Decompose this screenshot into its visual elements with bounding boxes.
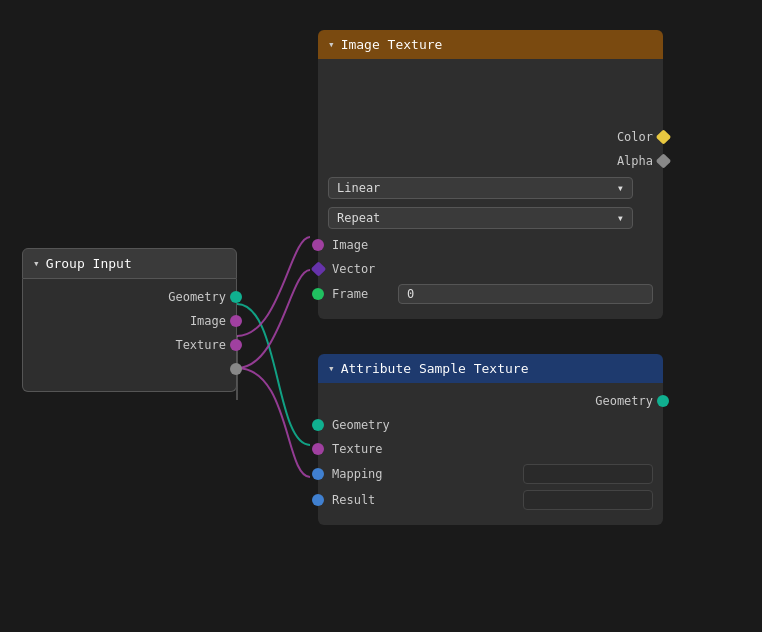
frame-input-socket[interactable] <box>312 288 324 300</box>
color-label: Color <box>617 130 653 144</box>
alpha-label: Alpha <box>617 154 653 168</box>
frame-value-input[interactable]: 0 <box>398 284 653 304</box>
attr-mapping-input-label: Mapping <box>332 467 383 481</box>
collapse-chevron-group[interactable]: ▾ <box>33 257 40 270</box>
group-input-body: Geometry Image Texture <box>22 279 237 392</box>
attr-geometry-input-label: Geometry <box>332 418 390 432</box>
image-output-row: Image <box>23 309 236 333</box>
extension-dropdown-row: Repeat ▾ <box>318 203 663 233</box>
collapse-chevron-attr[interactable]: ▾ <box>328 362 335 375</box>
attr-texture-input-label: Texture <box>332 442 383 456</box>
image-preview-area <box>318 65 663 125</box>
image-texture-title: Image Texture <box>341 37 443 52</box>
attr-geometry-output-row: Geometry <box>318 389 663 413</box>
interpolation-dropdown[interactable]: Linear ▾ <box>328 177 633 199</box>
texture-output-label: Texture <box>175 338 226 352</box>
frame-input-row: Frame 0 <box>318 281 663 307</box>
group-input-title: Group Input <box>46 256 132 271</box>
attr-result-input-socket[interactable] <box>312 494 324 506</box>
attr-result-input-row: Result <box>318 487 663 513</box>
interpolation-dropdown-row: Linear ▾ <box>318 173 663 203</box>
attr-result-input-label: Result <box>332 493 375 507</box>
attr-sample-texture-node: ▾ Attribute Sample Texture Geometry Geom… <box>318 354 663 525</box>
vector-input-row: Vector <box>318 257 663 281</box>
group-input-header: ▾ Group Input <box>22 248 237 279</box>
vector-input-socket[interactable] <box>310 261 326 277</box>
frame-label: Frame <box>332 287 368 301</box>
alpha-output-row: Alpha <box>318 149 663 173</box>
image-input-label: Image <box>332 238 368 252</box>
image-input-row: Image <box>318 233 663 257</box>
empty-output-row <box>23 357 236 381</box>
attr-geometry-input-row: Geometry <box>318 413 663 437</box>
collapse-chevron[interactable]: ▾ <box>328 38 335 51</box>
texture-output-socket[interactable] <box>230 339 242 351</box>
attr-mapping-value[interactable] <box>523 464 653 484</box>
extension-dropdown[interactable]: Repeat ▾ <box>328 207 633 229</box>
attr-mapping-input-socket[interactable] <box>312 468 324 480</box>
image-texture-header: ▾ Image Texture <box>318 30 663 59</box>
image-input-socket[interactable] <box>312 239 324 251</box>
attr-mapping-input-row: Mapping <box>318 461 663 487</box>
color-socket[interactable] <box>655 129 671 145</box>
vector-input-label: Vector <box>332 262 375 276</box>
image-texture-node: ▾ Image Texture Color Alpha Linear ▾ Rep… <box>318 30 663 319</box>
attr-geometry-input-socket[interactable] <box>312 419 324 431</box>
geometry-output-row: Geometry <box>23 285 236 309</box>
attr-geometry-output-socket[interactable] <box>657 395 669 407</box>
attr-result-value[interactable] <box>523 490 653 510</box>
attr-geometry-output-label: Geometry <box>595 394 653 408</box>
attr-texture-input-socket[interactable] <box>312 443 324 455</box>
image-output-label: Image <box>190 314 226 328</box>
color-output-row: Color <box>318 125 663 149</box>
image-output-socket[interactable] <box>230 315 242 327</box>
texture-output-row: Texture <box>23 333 236 357</box>
geometry-output-socket[interactable] <box>230 291 242 303</box>
image-texture-body: Color Alpha Linear ▾ Repeat ▾ Image <box>318 59 663 319</box>
group-input-node: ▾ Group Input Geometry Image Texture <box>22 248 237 392</box>
attr-sample-body: Geometry Geometry Texture Mapping Result <box>318 383 663 525</box>
attr-sample-title: Attribute Sample Texture <box>341 361 529 376</box>
empty-output-socket[interactable] <box>230 363 242 375</box>
alpha-socket[interactable] <box>655 153 671 169</box>
attr-sample-header: ▾ Attribute Sample Texture <box>318 354 663 383</box>
attr-texture-input-row: Texture <box>318 437 663 461</box>
geometry-output-label: Geometry <box>168 290 226 304</box>
